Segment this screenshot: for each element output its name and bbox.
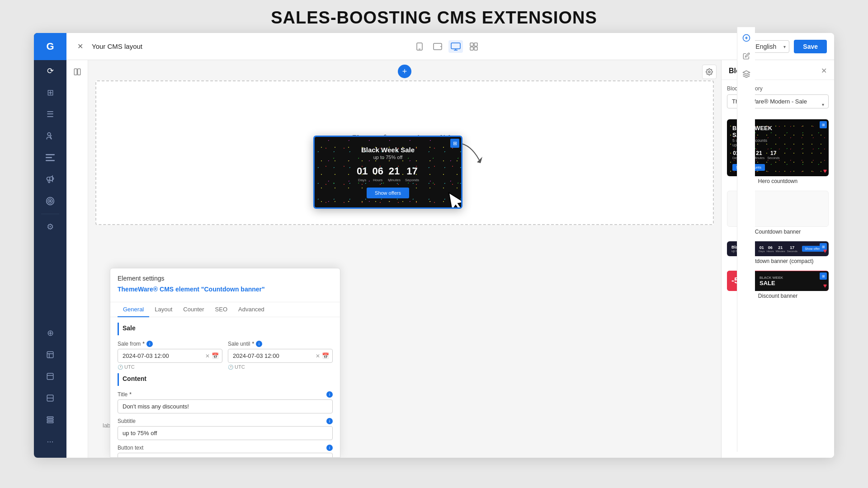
sidebar-item-targeting[interactable] bbox=[34, 190, 66, 212]
sidebar-item-marketing[interactable] bbox=[34, 169, 66, 190]
subtitle-group: Subtitle i bbox=[118, 418, 333, 440]
settings-tab-general[interactable]: General bbox=[118, 302, 149, 317]
svg-marker-35 bbox=[743, 71, 750, 75]
content-area: ✕ Your CMS layout English bbox=[66, 33, 834, 458]
sale-section-label: Sale bbox=[118, 323, 333, 335]
sale-until-info-icon[interactable]: i bbox=[256, 341, 262, 347]
timer-days: 01 Days bbox=[357, 165, 368, 182]
sidebar-item-sync[interactable]: ⟳ bbox=[34, 60, 66, 82]
button-text-input[interactable] bbox=[118, 453, 333, 457]
settings-panel-title: Element settings bbox=[118, 275, 333, 282]
show-offers-button[interactable]: Show offers bbox=[367, 188, 409, 198]
language-select[interactable]: English bbox=[750, 40, 789, 53]
svg-point-30 bbox=[708, 71, 710, 73]
settings-body: Sale Sale from * i ✕ bbox=[110, 317, 340, 457]
subtitle-info-icon[interactable]: i bbox=[326, 418, 333, 424]
timer-minutes: 21 Minutes bbox=[388, 165, 401, 182]
sidebar-item-more[interactable]: ··· bbox=[34, 431, 66, 452]
sidebar-item-content[interactable]: ☰ bbox=[34, 103, 66, 125]
svg-rect-14 bbox=[47, 417, 53, 418]
tablet-device-btn[interactable] bbox=[430, 40, 445, 53]
countdown-banner: ⊞ Black Week Sale up to 75% off 01 Days bbox=[315, 137, 461, 207]
sale-from-info-icon[interactable]: i bbox=[146, 341, 153, 347]
sidebar-item-t2[interactable] bbox=[34, 366, 66, 387]
sale-from-calendar-icon[interactable]: 📅 bbox=[212, 352, 219, 359]
rp-layers-icon[interactable] bbox=[739, 67, 754, 81]
blocks-panel: Blocks ✕ Block category ThemeWare® Moder… bbox=[721, 60, 834, 458]
subtitle-label: Subtitle i bbox=[118, 418, 333, 424]
settings-panel: Element settings ThemeWare® CMS element … bbox=[110, 268, 340, 458]
sale-until-group: Sale until * i ✕ 📅 🕐 bbox=[228, 341, 333, 370]
sidebar-item-add[interactable]: ⊕ bbox=[34, 322, 66, 344]
rp-edit-icon[interactable] bbox=[739, 60, 754, 63]
desktop-device-btn[interactable] bbox=[448, 40, 463, 53]
button-text-label: Button text i bbox=[118, 445, 333, 451]
panel-layout-icon[interactable] bbox=[69, 64, 85, 80]
sidebar-item-t3[interactable] bbox=[34, 387, 66, 409]
svg-rect-16 bbox=[47, 422, 53, 423]
countdown-subtitle: up to 75% off bbox=[322, 155, 454, 160]
add-section-button[interactable]: + bbox=[398, 65, 411, 78]
svg-point-4 bbox=[47, 197, 54, 205]
settings-tab-counter[interactable]: Counter bbox=[178, 302, 209, 317]
sidebar-item-settings[interactable]: ⚙ bbox=[34, 216, 66, 238]
sidebar-item-users[interactable] bbox=[34, 125, 66, 147]
svg-point-0 bbox=[47, 133, 51, 136]
sale-from-input-wrapper: ✕ 📅 bbox=[118, 349, 222, 363]
sale-date-row: Sale from * i ✕ 📅 🕐 bbox=[118, 341, 333, 370]
settings-tab-layout[interactable]: Layout bbox=[149, 302, 178, 317]
sidebar-logo[interactable]: G bbox=[34, 33, 66, 60]
block-heart-hero[interactable]: ♥ bbox=[823, 167, 827, 174]
settings-tab-advanced[interactable]: Advanced bbox=[233, 302, 270, 317]
svg-rect-15 bbox=[47, 419, 53, 421]
sale-from-clear-icon[interactable]: ✕ bbox=[205, 353, 210, 359]
svg-rect-26 bbox=[470, 47, 473, 50]
right-panel-icons bbox=[737, 60, 755, 452]
svg-rect-29 bbox=[77, 69, 80, 75]
svg-point-5 bbox=[48, 199, 52, 203]
button-text-info-icon[interactable]: i bbox=[326, 445, 333, 451]
settings-tab-seo[interactable]: SEO bbox=[210, 302, 233, 317]
subtitle-input[interactable] bbox=[118, 426, 333, 440]
title-info-icon[interactable]: i bbox=[326, 391, 333, 398]
settings-element-name: ThemeWare® CMS element "Countdown banner… bbox=[118, 286, 333, 293]
block-heart-discount[interactable]: ♥ bbox=[823, 282, 827, 289]
mobile-device-btn[interactable] bbox=[412, 40, 427, 53]
left-panel-icons bbox=[66, 60, 88, 458]
sale-from-utc-label: 🕐 UTC bbox=[118, 364, 222, 370]
device-switcher bbox=[148, 40, 745, 53]
toolbar: ✕ Your CMS layout English bbox=[66, 33, 834, 60]
language-selector-wrapper: English ▾ bbox=[750, 40, 789, 53]
countdown-inner: Black Week Sale up to 75% off 01 Days bbox=[322, 146, 454, 198]
svg-rect-24 bbox=[470, 43, 473, 46]
title-label: Title * i bbox=[118, 391, 333, 398]
sidebar-item-t4[interactable] bbox=[34, 409, 66, 431]
block-heart-compact[interactable]: ♥ bbox=[823, 247, 827, 254]
cursor-icon bbox=[445, 188, 462, 209]
svg-rect-3 bbox=[46, 160, 55, 161]
logo-icon: G bbox=[46, 41, 54, 52]
countdown-title: Black Week Sale bbox=[322, 146, 454, 154]
svg-rect-21 bbox=[451, 43, 460, 49]
svg-point-6 bbox=[49, 200, 51, 202]
add-button-bar: + bbox=[398, 65, 411, 78]
sale-until-input-wrapper: ✕ 📅 bbox=[228, 349, 333, 363]
title-input[interactable] bbox=[118, 399, 333, 413]
sidebar-item-menu[interactable] bbox=[34, 147, 66, 169]
grid-device-btn[interactable] bbox=[467, 40, 481, 53]
close-button[interactable]: ✕ bbox=[74, 40, 86, 53]
compact-timer: 01Days 06Hours 21Minutes 17Seconds bbox=[759, 245, 797, 253]
sale-until-clear-icon[interactable]: ✕ bbox=[316, 353, 320, 359]
settings-tabs: General Layout Counter SEO Advanced bbox=[110, 302, 340, 317]
canvas-settings-button[interactable] bbox=[702, 65, 717, 79]
save-button[interactable]: Save bbox=[794, 40, 827, 53]
sale-until-calendar-icon[interactable]: 📅 bbox=[322, 352, 329, 359]
svg-rect-1 bbox=[46, 154, 55, 155]
sale-until-label: Sale until * i bbox=[228, 341, 333, 347]
sidebar-item-t1[interactable] bbox=[34, 344, 66, 366]
block-tag-hero: ⊞ bbox=[820, 121, 827, 128]
svg-rect-25 bbox=[474, 43, 477, 46]
countdown-timer: 01 Days 06 Hours 21 bbox=[322, 165, 454, 182]
sidebar-item-pages[interactable]: ⊞ bbox=[34, 82, 66, 103]
blocks-close-button[interactable]: ✕ bbox=[821, 66, 827, 75]
